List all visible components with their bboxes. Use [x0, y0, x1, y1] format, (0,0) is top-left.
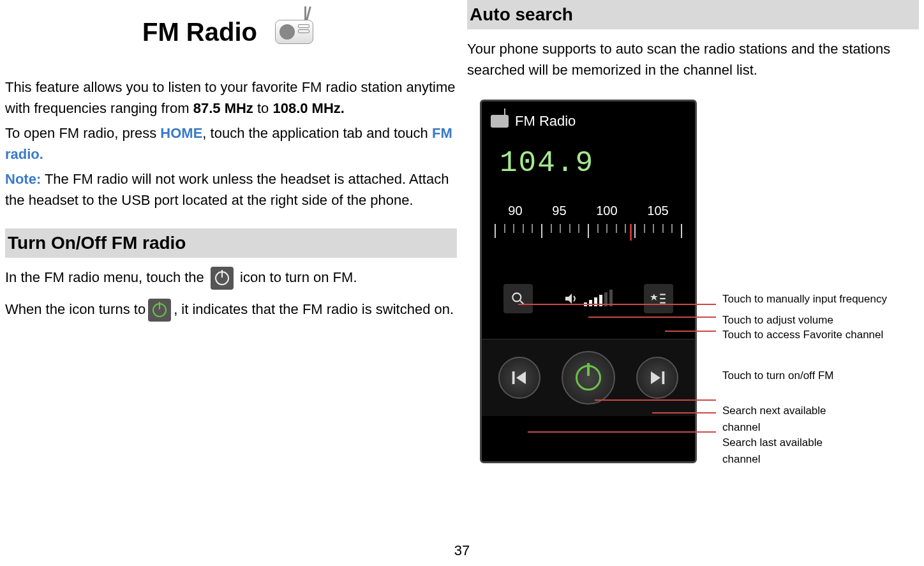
callout-search-last: Search last available channel [722, 435, 850, 467]
text: To open FM radio, press [5, 125, 160, 141]
power-icon-on [148, 299, 171, 322]
section-heading-turn-on-off: Turn On/Off FM radio [5, 228, 457, 258]
callout-favorite: Touch to access Favorite channel [722, 327, 901, 343]
intro-paragraph-2: To open FM radio, press HOME, touch the … [5, 123, 457, 165]
callout-manual-input: Touch to manually input frequency [722, 291, 887, 308]
callouts: Touch to manually input frequency Touch … [467, 100, 907, 476]
section-heading-auto-search: Auto search [467, 0, 919, 29]
text: to [253, 100, 273, 116]
home-key-label: HOME [160, 125, 202, 141]
text: icon to turn on FM. [240, 269, 357, 285]
text: , it indicates that the FM radio is swit… [174, 301, 454, 317]
page-title: FM Radio [142, 13, 257, 51]
auto-search-body: Your phone supports to auto scan the rad… [467, 38, 919, 80]
callout-search-next: Search next available channel [722, 403, 850, 435]
text: In the FM radio menu, touch the [5, 269, 208, 285]
freq-low: 87.5 MHz [193, 100, 253, 116]
callout-volume: Touch to adjust volume [722, 312, 888, 329]
note-body: The FM radio will not work unless the he… [5, 171, 449, 208]
callout-on-off: Touch to turn on/off FM [722, 368, 850, 384]
intro-paragraph-1: This feature allows you to listen to you… [5, 77, 457, 119]
text: When the icon turns to [5, 301, 145, 317]
text: , touch the application tab and touch [202, 125, 432, 141]
radio-icon [269, 6, 320, 57]
page-number: 37 [454, 540, 470, 561]
note-label: Note: [5, 171, 41, 187]
power-icon-off [211, 267, 234, 290]
turn-on-paragraph-1: In the FM radio menu, touch the icon to … [5, 267, 457, 290]
turn-on-paragraph-2: When the icon turns to, it indicates tha… [5, 299, 457, 322]
note-paragraph: Note: The FM radio will not work unless … [5, 168, 457, 211]
freq-high: 108.0 MHz. [272, 100, 345, 116]
